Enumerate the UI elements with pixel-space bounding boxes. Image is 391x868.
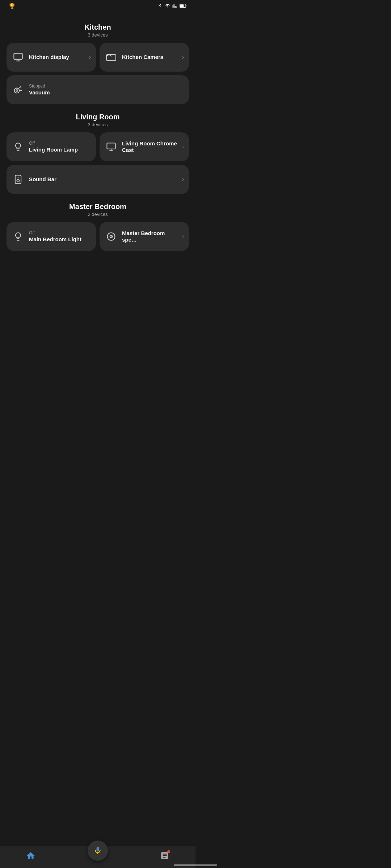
main-content: Kitchen 3 devices Kitchen display›Kitche… — [0, 11, 196, 287]
device-card-kitchen-display[interactable]: Kitchen display› — [7, 43, 96, 72]
section-header-kitchen: Kitchen 3 devices — [7, 23, 189, 38]
status-bar: 🏆 — [0, 0, 196, 11]
svg-rect-6 — [107, 143, 115, 149]
device-card-sound-bar[interactable]: Sound Bar› — [7, 165, 189, 194]
section-subtitle-kitchen: 3 devices — [7, 32, 189, 38]
monitor-icon — [105, 140, 118, 153]
section-kitchen: Kitchen 3 devices Kitchen display›Kitche… — [7, 23, 189, 104]
device-info-kitchen-display: Kitchen display — [29, 54, 85, 60]
svg-point-9 — [18, 177, 18, 178]
section-title-master-bedroom: Master Bedroom — [7, 203, 189, 211]
device-card-living-room-chromecast[interactable]: Living Room Chrome Cast› — [100, 132, 189, 161]
device-name-main-bedroom-light: Main Bedroom Light — [29, 236, 91, 243]
device-card-kitchen-camera[interactable]: Kitchen Camera› — [100, 43, 189, 72]
section-title-kitchen: Kitchen — [7, 23, 189, 31]
device-grid-kitchen: Kitchen display›Kitchen Camera›StoppedVa… — [7, 43, 189, 104]
svg-point-8 — [17, 179, 20, 182]
svg-rect-1 — [180, 4, 184, 7]
device-info-master-bedroom-speaker: Master Bedroom spe… — [122, 230, 178, 243]
chevron-icon-sound-bar: › — [182, 176, 184, 183]
wifi-icon — [164, 3, 170, 9]
svg-point-4 — [14, 88, 20, 93]
device-name-living-room-lamp: Living Room Lamp — [29, 146, 91, 153]
battery-icon — [180, 3, 187, 9]
chevron-icon-kitchen-camera: › — [182, 54, 184, 60]
device-card-living-room-lamp[interactable]: OffLiving Room Lamp — [7, 132, 96, 161]
svg-rect-2 — [14, 54, 22, 59]
bulb-icon — [12, 230, 25, 243]
device-grid-living-room: OffLiving Room LampLiving Room Chrome Ca… — [7, 132, 189, 194]
device-info-vacuum: StoppedVacuum — [29, 84, 184, 96]
device-info-sound-bar: Sound Bar — [29, 176, 178, 183]
device-card-vacuum[interactable]: StoppedVacuum — [7, 75, 189, 104]
device-name-kitchen-camera: Kitchen Camera — [122, 54, 178, 60]
device-name-sound-bar: Sound Bar — [29, 176, 178, 183]
bulb-icon — [12, 140, 25, 153]
svg-point-12 — [111, 236, 112, 237]
device-name-living-room-chromecast: Living Room Chrome Cast — [122, 140, 178, 153]
device-name-vacuum: Vacuum — [29, 89, 184, 96]
svg-point-5 — [16, 90, 18, 92]
section-header-master-bedroom: Master Bedroom 2 devices — [7, 203, 189, 217]
speaker-round-icon — [105, 230, 118, 243]
device-name-kitchen-display: Kitchen display — [29, 54, 85, 60]
device-status-main-bedroom-light: Off — [29, 230, 91, 235]
section-subtitle-master-bedroom: 2 devices — [7, 212, 189, 217]
camera-icon — [105, 51, 118, 64]
trophy-icon: 🏆 — [9, 3, 16, 9]
section-master-bedroom: Master Bedroom 2 devices OffMain Bedroom… — [7, 203, 189, 251]
chevron-icon-living-room-chromecast: › — [182, 144, 184, 150]
bluetooth-icon — [157, 3, 162, 9]
device-name-master-bedroom-speaker: Master Bedroom spe… — [122, 230, 178, 243]
chevron-icon-master-bedroom-speaker: › — [182, 233, 184, 240]
section-header-living-room: Living Room 3 devices — [7, 113, 189, 127]
signal-icon — [172, 3, 177, 9]
section-title-living-room: Living Room — [7, 113, 189, 121]
monitor-icon — [12, 51, 25, 64]
section-subtitle-living-room: 3 devices — [7, 122, 189, 127]
device-info-living-room-chromecast: Living Room Chrome Cast — [122, 140, 178, 153]
device-grid-master-bedroom: OffMain Bedroom LightMaster Bedroom spe…… — [7, 222, 189, 251]
device-card-master-bedroom-speaker[interactable]: Master Bedroom spe…› — [100, 222, 189, 251]
device-status-vacuum: Stopped — [29, 84, 184, 89]
chevron-icon-kitchen-display: › — [89, 54, 91, 60]
device-info-kitchen-camera: Kitchen Camera — [122, 54, 178, 60]
device-info-living-room-lamp: OffLiving Room Lamp — [29, 141, 91, 153]
device-info-main-bedroom-light: OffMain Bedroom Light — [29, 230, 91, 243]
device-status-living-room-lamp: Off — [29, 141, 91, 146]
speaker-icon — [12, 173, 25, 186]
section-living-room: Living Room 3 devices OffLiving Room Lam… — [7, 113, 189, 194]
vacuum-icon — [12, 83, 25, 96]
device-card-main-bedroom-light[interactable]: OffMain Bedroom Light — [7, 222, 96, 251]
